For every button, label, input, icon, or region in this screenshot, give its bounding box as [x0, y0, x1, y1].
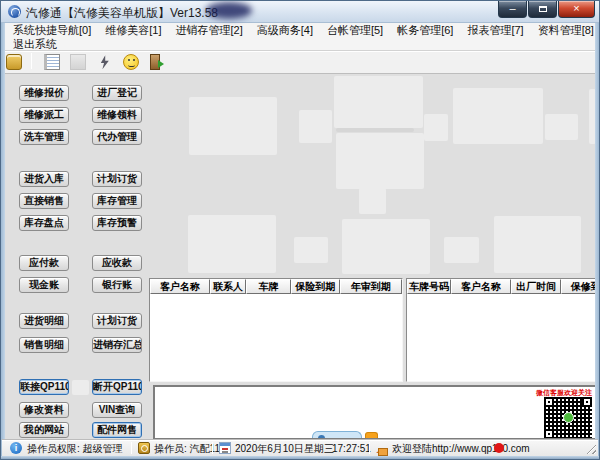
blurred-region: [72, 380, 89, 395]
blurred-region: [299, 110, 332, 143]
smiley-icon[interactable]: [123, 54, 139, 70]
table1-header-row: 客户名称联系人车牌保险到期年审到期: [150, 279, 402, 294]
table-header-cell[interactable]: 保险到期: [291, 279, 340, 294]
app-window: 汽修通【汽修美容单机版】Ver13.58 – × 系统快捷导航[0]维修美容[1…: [0, 0, 600, 460]
qr-finder-pattern: [582, 397, 592, 407]
shortcut-button[interactable]: VIN查询: [92, 402, 142, 418]
menu-item[interactable]: 退出系统: [6, 37, 64, 51]
date-label: 2020年6月10日: [235, 442, 304, 455]
statusbar-divider: [369, 442, 370, 454]
table1-body[interactable]: [150, 294, 402, 381]
table-header-cell[interactable]: 联系人: [210, 279, 246, 294]
shortcut-button[interactable]: 计划订货: [92, 313, 142, 329]
menu-item[interactable]: 系统快捷导航[0]: [6, 23, 98, 37]
blurred-region: [494, 216, 581, 273]
menu-row-1: 系统快捷导航[0]维修美容[1]进销存管理[2]高级商务[4]台帐管理[5]帐务…: [2, 23, 598, 37]
shortcut-button[interactable]: 代办管理: [92, 129, 142, 145]
print-icon: [70, 54, 86, 70]
shortcut-button[interactable]: 应收款: [92, 255, 142, 271]
shortcut-button[interactable]: 销售明细: [19, 337, 69, 353]
vehicle-table-2: 车牌号码客户名称出厂时间保修到期: [406, 278, 597, 382]
shortcut-button[interactable]: 银行账: [92, 277, 142, 293]
menu-item[interactable]: 进销存管理[2]: [168, 23, 249, 37]
blurred-region: [545, 114, 578, 140]
menu-item[interactable]: 资料管理[8]: [531, 23, 600, 37]
shortcut-button[interactable]: 进货入库: [19, 171, 69, 187]
blurred-region: [334, 76, 423, 128]
shortcut-button[interactable]: 配件网售: [92, 422, 142, 438]
toolbar-separator: [31, 53, 32, 69]
menu-item[interactable]: 高级商务[4]: [250, 23, 320, 37]
shortcut-button[interactable]: 我的网站: [19, 422, 69, 438]
statusbar: i 操作员权限: 超级管理 操作员: 汽配110 2020年6月10日 星期三 …: [2, 439, 598, 456]
promo-panel: 微信客服欢迎关注: [153, 385, 597, 440]
maximize-button[interactable]: [528, 1, 557, 18]
blurred-region: [336, 133, 424, 189]
table-header-cell[interactable]: 年审到期: [340, 279, 402, 294]
shortcut-button[interactable]: 计划订货: [92, 171, 142, 187]
close-button[interactable]: ×: [558, 1, 595, 18]
minimize-button[interactable]: –: [498, 1, 527, 18]
shortcut-button[interactable]: 断开QP110: [92, 379, 142, 395]
home-icon: [376, 442, 388, 454]
resize-grip[interactable]: [584, 442, 596, 454]
window-title: 汽修通【汽修美容单机版】Ver13.58: [26, 5, 218, 22]
operator-permission-label: 操作员权限: 超级管理: [27, 442, 123, 455]
shortcut-button[interactable]: 进销存汇总: [92, 337, 142, 353]
blurred-region: [294, 237, 328, 263]
shortcut-button[interactable]: 库存管理: [92, 193, 142, 209]
welcome-link[interactable]: 欢迎登陆http://www.qp110.com: [392, 442, 530, 455]
shortcut-button[interactable]: 修改资料: [19, 402, 69, 418]
shortcut-button[interactable]: 维修报价: [19, 85, 69, 101]
shortcut-button[interactable]: 维修领料: [92, 107, 142, 123]
table-header-cell[interactable]: 客户名称: [150, 279, 210, 294]
shortcut-button[interactable]: 联接QP110: [19, 379, 69, 395]
maximize-icon: [539, 6, 547, 12]
menu-item[interactable]: 帐务管理[6]: [390, 23, 460, 37]
shortcut-button[interactable]: 库存盘点: [19, 215, 69, 231]
shortcut-button[interactable]: 进货明细: [19, 313, 69, 329]
blurred-region: [189, 97, 277, 155]
flash-icon[interactable]: [97, 54, 113, 70]
menu-item[interactable]: 报表管理[7]: [460, 23, 530, 37]
coins-icon[interactable]: [6, 54, 22, 70]
time-label: 17:27:51: [332, 442, 371, 455]
table2-body[interactable]: [407, 294, 596, 381]
qr-finder-pattern: [544, 397, 554, 407]
shortcut-button[interactable]: 进厂登记: [92, 85, 142, 101]
blurred-region: [444, 237, 479, 263]
shortcut-button[interactable]: 直接销售: [19, 193, 69, 209]
shortcut-button[interactable]: 应付款: [19, 255, 69, 271]
table-header-cell[interactable]: 客户名称: [451, 279, 511, 294]
menu-item[interactable]: 维修美容[1]: [98, 23, 168, 37]
blurred-region: [359, 188, 386, 214]
shortcut-button[interactable]: 现金账: [19, 277, 69, 293]
table-header-cell[interactable]: 车牌号码: [407, 279, 451, 294]
wechat-qr-code: [544, 397, 592, 439]
operator-icon: [138, 442, 150, 454]
menu-row-2: 退出系统: [2, 37, 598, 51]
blurred-region: [342, 219, 430, 274]
shortcut-button[interactable]: 库存预警: [92, 215, 142, 231]
table-header-cell[interactable]: 车牌: [246, 279, 291, 294]
menubar: 系统快捷导航[0]维修美容[1]进销存管理[2]高级商务[4]台帐管理[5]帐务…: [2, 23, 598, 51]
app-logo-icon: [8, 5, 21, 18]
shortcut-button[interactable]: 洗车管理: [19, 129, 69, 145]
statusbar-divider: [212, 442, 213, 454]
vehicle-table-1: 客户名称联系人车牌保险到期年审到期: [149, 278, 403, 382]
window-border-right: [595, 22, 599, 459]
notebook-icon[interactable]: [44, 54, 60, 70]
titlebar: 汽修通【汽修美容单机版】Ver13.58 – ×: [1, 1, 600, 23]
wechat-icon: [563, 412, 574, 423]
statusbar-divider: [131, 442, 132, 454]
table-header-cell[interactable]: 出厂时间: [511, 279, 561, 294]
blurred-region: [336, 128, 414, 132]
status-indicator-dot: [494, 443, 504, 453]
menu-item[interactable]: 台帐管理[5]: [320, 23, 390, 37]
info-icon: i: [10, 442, 22, 454]
blurred-logo-region: [206, 2, 252, 19]
exit-door-icon[interactable]: [150, 54, 160, 70]
shortcut-button[interactable]: 维修派工: [19, 107, 69, 123]
table-header-cell[interactable]: 保修到期: [561, 279, 596, 294]
toolbar: [2, 51, 598, 74]
